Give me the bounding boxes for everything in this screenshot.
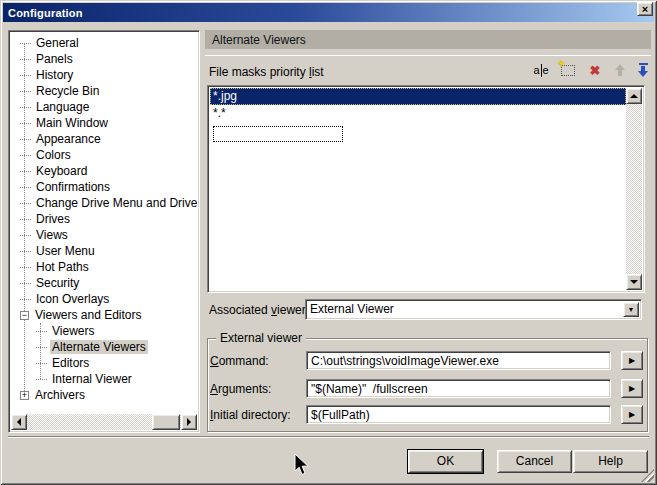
help-button[interactable]: Help (573, 450, 648, 473)
tree-item-label: Colors (34, 148, 73, 162)
file-masks-toolbar: File masks priority list ae ✦ ✖ (205, 55, 651, 85)
tree-connector (20, 299, 31, 300)
arguments-input[interactable] (306, 379, 611, 398)
mask-item[interactable]: *.* (210, 105, 626, 122)
tree-item[interactable]: Internal Viewer (11, 371, 197, 387)
tree-rows: GeneralPanelsHistoryRecycle BinLanguageM… (11, 35, 197, 412)
move-down-button[interactable] (633, 60, 653, 80)
scroll-down-button[interactable] (626, 274, 642, 290)
browse-arrow-icon: ▶ (629, 356, 635, 365)
mouse-cursor (294, 453, 312, 479)
initial-directory-label: Initial directory: (210, 408, 291, 422)
mask-item[interactable]: *.jpg (210, 88, 626, 105)
new-item-icon: ✦ (561, 65, 575, 76)
delete-mask-button[interactable]: ✖ (585, 60, 605, 80)
scrollbar-thumb[interactable] (152, 414, 180, 430)
tree-connector (20, 171, 31, 172)
tree-connector (36, 379, 47, 380)
tree-connector (20, 107, 31, 108)
scroll-right-button[interactable] (181, 414, 197, 430)
mask-rows: *.jpg*.* (210, 88, 626, 290)
dropdown-button[interactable]: ▼ (623, 302, 639, 317)
arguments-label: Arguments: (210, 382, 271, 396)
file-masks-list: *.jpg*.* (207, 85, 645, 293)
tree-item-label: Confirmations (34, 180, 112, 194)
tree-item-label: General (34, 36, 81, 50)
tree-item-label: Icon Overlays (34, 292, 111, 306)
tree-item-label: Hot Paths (34, 260, 91, 274)
arguments-browse-button[interactable]: ▶ (621, 379, 643, 398)
tree-item[interactable]: Confirmations (11, 179, 197, 195)
page-title: Alternate Viewers (212, 33, 306, 47)
associated-viewer-value: External Viewer (310, 302, 394, 317)
initial-directory-browse-button[interactable]: ▶ (621, 405, 643, 424)
associated-viewer-label: Associated viewer: (209, 303, 309, 317)
title-bar[interactable]: Configuration (3, 3, 654, 22)
tree-connector (20, 43, 31, 44)
tree-connector (36, 331, 47, 332)
tree-item[interactable]: Keyboard (11, 163, 197, 179)
new-mask-button[interactable]: ✦ (558, 60, 578, 80)
new-mask-edit-box[interactable] (213, 126, 343, 142)
tree-item[interactable]: Hot Paths (11, 259, 197, 275)
tree-item[interactable]: +Archivers (11, 387, 197, 403)
tree-connector (20, 75, 31, 76)
scroll-left-button[interactable] (11, 414, 27, 430)
close-button[interactable]: × (637, 2, 653, 16)
cancel-button[interactable]: Cancel (497, 450, 572, 473)
expand-icon[interactable]: + (20, 391, 29, 400)
tree-item-label: Archivers (33, 388, 87, 402)
tree-connector (20, 187, 31, 188)
ok-button[interactable]: OK (408, 450, 483, 473)
tree-item-label: Internal Viewer (50, 372, 134, 386)
tree-item[interactable]: Panels (11, 51, 197, 67)
scroll-down-icon (630, 280, 638, 284)
tree-connector (20, 91, 31, 92)
close-icon: × (642, 3, 648, 15)
tree-item-label: History (34, 68, 75, 82)
tree-item[interactable]: Change Drive Menu and Drive Ba (11, 195, 197, 211)
tree-item[interactable]: Colors (11, 147, 197, 163)
associated-viewer-select[interactable]: External Viewer ▼ (305, 299, 642, 320)
chevron-down-icon: ▼ (628, 306, 635, 313)
tree-item[interactable]: Icon Overlays (11, 291, 197, 307)
initial-directory-input[interactable] (306, 405, 611, 424)
tree-item[interactable]: Views (11, 227, 197, 243)
tree-item[interactable]: Alternate Viewers (11, 339, 197, 355)
tree-item[interactable]: Viewers (11, 323, 197, 339)
tree-item[interactable]: −Viewers and Editors (11, 307, 197, 323)
command-label: Command: (210, 354, 269, 368)
tree-connector (20, 219, 31, 220)
tree-item[interactable]: Main Window (11, 115, 197, 131)
list-vertical-scrollbar[interactable] (626, 88, 642, 290)
window-title: Configuration (8, 7, 83, 19)
tree-item[interactable]: General (11, 35, 197, 51)
tree-item[interactable]: Recycle Bin (11, 83, 197, 99)
scroll-up-button[interactable] (626, 88, 642, 104)
tree-item[interactable]: History (11, 67, 197, 83)
tree-item[interactable]: Editors (11, 355, 197, 371)
tree-item-label: Keyboard (34, 164, 89, 178)
tree-connector (20, 283, 31, 284)
browse-arrow-icon: ▶ (629, 384, 635, 393)
browse-arrow-icon: ▶ (629, 410, 635, 419)
move-up-button[interactable] (610, 60, 630, 80)
command-browse-button[interactable]: ▶ (621, 351, 643, 370)
tree-item[interactable]: Language (11, 99, 197, 115)
tree-item[interactable]: Security (11, 275, 197, 291)
collapse-icon[interactable]: − (20, 311, 29, 320)
tree-connector (20, 267, 31, 268)
command-input[interactable] (306, 351, 611, 370)
tree-horizontal-scrollbar[interactable] (11, 414, 197, 430)
rename-mask-button[interactable]: ae (531, 60, 551, 80)
file-masks-label: File masks priority list (209, 65, 324, 79)
tree-item-label: Security (34, 276, 81, 290)
tree-connector (20, 235, 31, 236)
tree-item[interactable]: Drives (11, 211, 197, 227)
sparkle-icon: ✦ (557, 58, 565, 69)
scroll-right-icon (187, 418, 191, 426)
tree-item[interactable]: Appearance (11, 131, 197, 147)
tree-connector (20, 251, 31, 252)
tree-item[interactable]: User Menu (11, 243, 197, 259)
tree-item-label: Views (34, 228, 70, 242)
